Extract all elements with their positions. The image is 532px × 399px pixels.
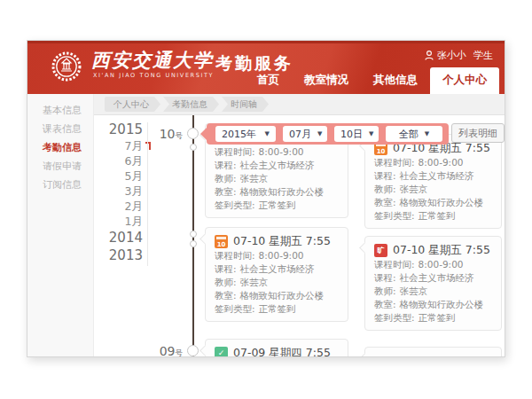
attendance-card[interactable]: 10 07-10 星期五 7:55 课程时间:8:00-9:00 课程:社会主义… xyxy=(364,134,502,229)
page-background: 西安交通大学 XI'AN JIAO TONG UNIVERSITY 考勤服务 张… xyxy=(0,0,532,399)
scale-month-7[interactable]: 7月 xyxy=(94,138,143,153)
breadcrumb-timeline[interactable]: 时间轴 xyxy=(222,97,269,112)
attendance-card[interactable]: ✓ 07-09 星期四 7:55 xyxy=(205,339,348,356)
nav-other-info[interactable]: 其他信息 xyxy=(361,67,430,94)
timeline-dot-large xyxy=(187,128,199,139)
current-month-marker xyxy=(145,142,151,150)
scale-month-3[interactable]: 3月 xyxy=(94,184,143,199)
sidebar: 基本信息 课表信息 考勤信息 请假申请 订阅信息 xyxy=(27,94,94,356)
day-marker-09: 09号 xyxy=(145,344,183,356)
chevron-down-icon: ▼ xyxy=(425,130,429,137)
card-title: 07-10 星期五 7:55 xyxy=(393,243,490,258)
scale-divider xyxy=(147,122,148,266)
green-check-icon: ✓ xyxy=(215,347,228,357)
day-marker-10: 10号 xyxy=(145,127,183,142)
scale-month-5[interactable]: 5月 xyxy=(94,168,143,184)
user-info[interactable]: 张小小 学生 xyxy=(425,49,493,62)
sidebar-item-basic-info[interactable]: 基本信息 xyxy=(27,101,93,120)
scale-month-6[interactable]: 6月 xyxy=(94,153,143,168)
university-name-en: XI'AN JIAO TONG UNIVERSITY xyxy=(93,72,214,79)
list-detail-button[interactable]: 列表明细 xyxy=(451,123,505,143)
scale-year-2013[interactable]: 2013 xyxy=(94,246,143,264)
sidebar-item-attendance-info[interactable]: 考勤信息 xyxy=(27,138,93,157)
year-dropdown[interactable]: 2015年▼ xyxy=(215,126,276,142)
attendance-card[interactable]: 10 07-10 星期五 7:55 课程时间:8:00-9:00 课程:社会主义… xyxy=(205,227,348,322)
timeline-dot-small xyxy=(190,240,197,247)
chevron-down-icon: ▼ xyxy=(317,130,322,137)
orange-calendar-icon: 10 xyxy=(215,235,228,248)
header-top-stripe xyxy=(27,41,505,43)
nav-classrooms[interactable]: 教室情况 xyxy=(292,67,361,94)
scale-month-1[interactable]: 1月 xyxy=(94,214,143,229)
day-dropdown[interactable]: 10日▼ xyxy=(334,126,379,142)
card-title: 07-09 星期四 7:55 xyxy=(233,346,331,357)
main-nav: 首页 教室情况 其他信息 个人中心 xyxy=(245,67,499,94)
user-name: 张小小 xyxy=(437,49,466,62)
university-seal-icon xyxy=(51,51,82,82)
sidebar-item-leave-request[interactable]: 请假申请 xyxy=(27,157,93,176)
card-title: 07-10 星期五 7:55 xyxy=(233,234,331,249)
breadcrumb-attendance-info[interactable]: 考勤信息 xyxy=(163,97,219,112)
scale-month-2[interactable]: 2月 xyxy=(94,199,143,214)
red-stamp-icon: 旷 xyxy=(374,244,387,257)
sidebar-item-schedule-info[interactable]: 课表信息 xyxy=(27,120,93,138)
nav-personal-center[interactable]: 个人中心 xyxy=(430,67,499,94)
timeline-dot-small xyxy=(190,231,197,238)
timeline-scale: 2015 7月 6月 5月 3月 2月 1月 2014 2013 xyxy=(94,121,143,264)
user-role: 学生 xyxy=(473,49,493,62)
sidebar-item-subscription-info[interactable]: 订阅信息 xyxy=(27,176,93,194)
chevron-down-icon: ▼ xyxy=(265,130,270,137)
scale-year-2015[interactable]: 2015 xyxy=(94,121,143,138)
timeline-dot-small xyxy=(190,144,197,151)
app-window: 西安交通大学 XI'AN JIAO TONG UNIVERSITY 考勤服务 张… xyxy=(27,40,505,357)
app-header: 西安交通大学 XI'AN JIAO TONG UNIVERSITY 考勤服务 张… xyxy=(27,41,505,94)
scale-year-2014[interactable]: 2014 xyxy=(94,229,143,246)
nav-home[interactable]: 首页 xyxy=(245,67,292,94)
attendance-card[interactable] xyxy=(364,347,502,356)
university-name-cn: 西安交通大学 xyxy=(91,48,214,73)
month-dropdown[interactable]: 07月▼ xyxy=(283,126,327,142)
filter-bar: 2015年▼ 07月▼ 10日▼ 全部▼ xyxy=(207,123,449,145)
breadcrumb: 个人中心 考勤信息 时间轴 xyxy=(94,94,505,115)
attendance-card[interactable]: 旷 07-10 星期五 7:55 课程时间:8:00-9:00 课程:社会主义市… xyxy=(364,236,502,331)
chevron-down-icon: ▼ xyxy=(369,130,373,137)
type-dropdown[interactable]: 全部▼ xyxy=(386,126,442,142)
breadcrumb-personal-center[interactable]: 个人中心 xyxy=(105,97,160,112)
timeline-content: 2015 7月 6月 5月 3月 2月 1月 2014 2013 10号 09号… xyxy=(94,115,505,356)
person-icon xyxy=(425,51,434,60)
timeline-dot-large xyxy=(187,345,199,356)
